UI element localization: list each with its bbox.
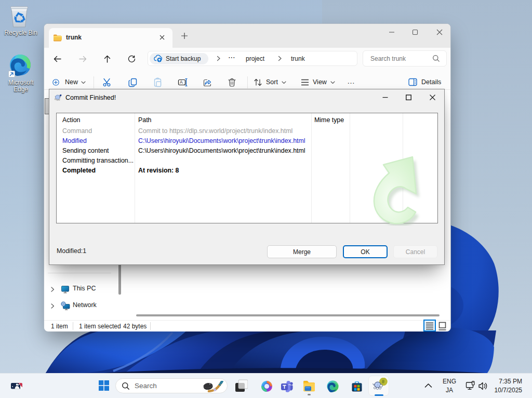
svg-text:A: A xyxy=(180,79,183,85)
